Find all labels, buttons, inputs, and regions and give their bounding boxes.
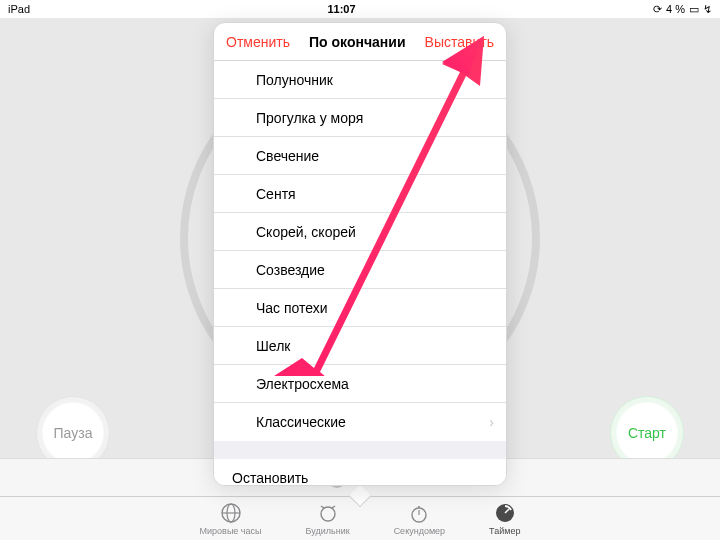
- ringtone-list[interactable]: Полуночник Прогулка у моря Свечение Сент…: [214, 61, 506, 441]
- popover-body: Полуночник Прогулка у моря Свечение Сент…: [214, 61, 506, 485]
- globe-icon: [220, 502, 242, 524]
- svg-line-4: [321, 506, 324, 508]
- sound-picker-popover: Отменить По окончании Выставить Полуночн…: [213, 22, 507, 486]
- tab-world-clock[interactable]: Мировые часы: [200, 502, 262, 536]
- stop-playing-row[interactable]: Остановить: [214, 459, 506, 485]
- cancel-button[interactable]: Отменить: [226, 34, 290, 50]
- popover-title: По окончании: [290, 34, 425, 50]
- list-item-label: Созвездие: [256, 262, 325, 278]
- list-item[interactable]: Созвездие: [214, 251, 506, 289]
- status-bar: iPad 11:07 ⟳ 4 % ▭ ↯: [0, 0, 720, 18]
- list-item-label: Электросхема: [256, 376, 349, 392]
- chevron-right-icon: ›: [489, 414, 494, 430]
- tab-label: Мировые часы: [200, 526, 262, 536]
- timer-icon: [494, 502, 516, 524]
- stopwatch-icon: [408, 502, 430, 524]
- stop-playing-group: Остановить: [214, 459, 506, 485]
- popover-header: Отменить По окончании Выставить: [214, 23, 506, 61]
- tab-label: Будильник: [306, 526, 350, 536]
- list-item[interactable]: Свечение: [214, 137, 506, 175]
- start-button-label: Старт: [628, 425, 666, 441]
- set-button[interactable]: Выставить: [425, 34, 494, 50]
- list-item-label: Скорей, скорей: [256, 224, 356, 240]
- orientation-lock-icon: ⟳: [653, 3, 662, 16]
- device-label: iPad: [8, 3, 30, 15]
- classic-tones-row[interactable]: Классические ›: [214, 403, 506, 441]
- list-item-label: Свечение: [256, 148, 319, 164]
- list-item-label: Шелк: [256, 338, 290, 354]
- list-item[interactable]: Полуночник: [214, 61, 506, 99]
- tab-stopwatch[interactable]: Секундомер: [394, 502, 445, 536]
- list-item[interactable]: Прогулка у моря: [214, 99, 506, 137]
- status-time: 11:07: [30, 3, 653, 15]
- svg-line-5: [332, 506, 335, 508]
- list-item-label: Полуночник: [256, 72, 333, 88]
- list-item[interactable]: Шелк: [214, 327, 506, 365]
- tab-alarm[interactable]: Будильник: [306, 502, 350, 536]
- pause-button-label: Пауза: [54, 425, 93, 441]
- battery-icon: ▭: [689, 3, 699, 16]
- tab-label: Секундомер: [394, 526, 445, 536]
- list-item-label: Остановить: [232, 470, 308, 485]
- list-item-label: Час потехи: [256, 300, 328, 316]
- alarm-icon: [317, 502, 339, 524]
- list-item[interactable]: Электросхема: [214, 365, 506, 403]
- list-item-label: Прогулка у моря: [256, 110, 363, 126]
- list-item[interactable]: Час потехи: [214, 289, 506, 327]
- svg-point-3: [321, 507, 335, 521]
- list-item[interactable]: Сентя: [214, 175, 506, 213]
- tab-timer[interactable]: Таймер: [489, 502, 520, 536]
- charging-icon: ↯: [703, 3, 712, 16]
- list-item[interactable]: Скорей, скорей: [214, 213, 506, 251]
- status-right: ⟳ 4 % ▭ ↯: [653, 3, 712, 16]
- battery-text: 4 %: [666, 3, 685, 15]
- list-item-label: Сентя: [256, 186, 296, 202]
- list-item-label: Классические: [256, 414, 346, 430]
- tab-label: Таймер: [489, 526, 520, 536]
